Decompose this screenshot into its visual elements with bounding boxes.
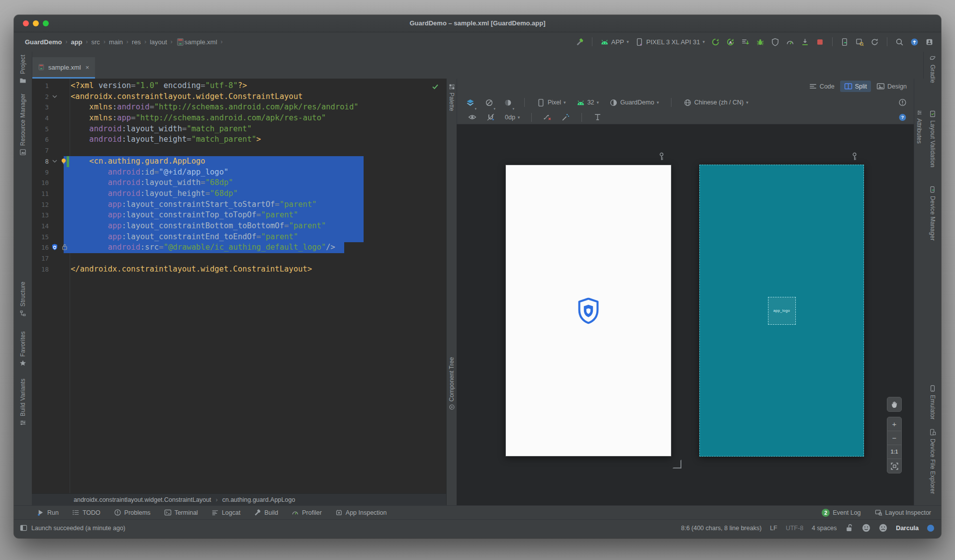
- breadcrumb-item-app[interactable]: app: [71, 38, 82, 46]
- nav-search-everywhere-button[interactable]: [894, 35, 905, 48]
- preview-resize-handle[interactable]: [672, 460, 681, 468]
- nav-layout-inspector-top-button[interactable]: [854, 35, 865, 48]
- breadcrumb-item-layout[interactable]: layout: [150, 38, 167, 46]
- breadcrumb-element[interactable]: androidx.constraintlayout.widget.Constra…: [74, 496, 211, 503]
- breadcrumb-item-sample-xml[interactable]: sample.xml: [185, 38, 217, 46]
- status-widget-8-6-400-chars-8-line-breaks-[interactable]: 8:6 (400 chars, 8 line breaks): [681, 525, 762, 532]
- nav-ide-update-button[interactable]: [909, 35, 920, 48]
- blueprint-preview-device[interactable]: app_logo: [699, 165, 864, 457]
- nav-android-head-app-button[interactable]: APP▾: [599, 35, 631, 48]
- shield-mini-icon[interactable]: [51, 243, 59, 251]
- tab-attributes[interactable]: Attributes: [914, 109, 924, 144]
- tab-palette[interactable]: Palette: [447, 84, 457, 111]
- bulb-icon[interactable]: [60, 157, 68, 165]
- tool-window-button-terminal[interactable]: Terminal: [164, 509, 198, 516]
- sidebar-item-device-file-explorer[interactable]: Device File Explorer: [924, 429, 941, 494]
- sidebar-item-device-manager[interactable]: Device Manager: [924, 186, 941, 241]
- breadcrumb-item-res[interactable]: res: [132, 38, 141, 46]
- tool-window-button-app-inspection[interactable]: App Inspection: [335, 509, 387, 516]
- design-theme-guarddemo-button[interactable]: GuardDemo▾: [608, 96, 661, 109]
- code-line-2[interactable]: 2<androidx.constraintlayout.widget.Const…: [32, 92, 446, 102]
- design-blueprint-off-button[interactable]: [483, 96, 495, 109]
- zoom-to-fit-button[interactable]: [887, 459, 901, 473]
- code-line-6[interactable]: 6 android:layout_height="match_parent">: [32, 134, 446, 145]
- help-icon[interactable]: ?: [898, 113, 907, 121]
- code-line-5[interactable]: 5 android:layout_width="match_parent": [32, 124, 446, 135]
- inspections-ok-icon[interactable]: [431, 83, 439, 91]
- close-tab-icon[interactable]: ×: [86, 64, 90, 71]
- code-line-16[interactable]: 16 android:src="@drawable/ic_authing_def…: [32, 242, 446, 253]
- code-line-8[interactable]: 8 <cn.authing.guard.AppLogo: [32, 156, 446, 167]
- breadcrumb-item-src[interactable]: src: [92, 38, 100, 46]
- nav-rerun-button[interactable]: [710, 35, 721, 48]
- sidebar-item-resource-manager[interactable]: Resource Manager: [14, 93, 32, 156]
- tool-window-button-event-log[interactable]: 2Event Log: [822, 509, 860, 517]
- design-eye-button[interactable]: [467, 111, 478, 124]
- nav-attach-debugger-button[interactable]: [799, 35, 811, 48]
- nav-sync-project-button[interactable]: [869, 35, 880, 48]
- code-line-17[interactable]: 17: [32, 253, 446, 264]
- nav-profile-shield-button[interactable]: [769, 35, 781, 48]
- tool-window-button-build[interactable]: Build: [254, 509, 278, 516]
- frowny-icon[interactable]: [879, 524, 887, 532]
- smiley-icon[interactable]: [862, 524, 870, 532]
- sidebar-item-emulator[interactable]: Emulator: [924, 385, 941, 420]
- code-line-10[interactable]: 10 android:layout_width="68dp": [32, 178, 446, 188]
- tool-window-button-run[interactable]: Run: [37, 509, 59, 516]
- design-preview-device[interactable]: [505, 165, 671, 457]
- fold-icon[interactable]: [51, 157, 59, 165]
- nav-profiler-gauge-button[interactable]: [784, 35, 796, 48]
- mode-design-button[interactable]: Design: [872, 81, 911, 92]
- nav-device-manager-button[interactable]: [839, 35, 851, 48]
- code-line-4[interactable]: 4 xmlns:app="http://schemas.android.com/…: [32, 113, 446, 124]
- design-night-mode-button[interactable]: [502, 96, 514, 109]
- breadcrumb-element[interactable]: cn.authing.guard.AppLogo: [222, 496, 295, 503]
- nav-device-phone-pixel-3-xl-api-31-button[interactable]: PIXEL 3 XL API 31▾: [634, 35, 706, 48]
- nav-stop-button[interactable]: [814, 35, 826, 48]
- tool-window-button-profiler[interactable]: Profiler: [291, 509, 322, 516]
- authing-shield-logo[interactable]: [577, 297, 600, 324]
- tool-window-button-todo[interactable]: TODO: [72, 509, 100, 516]
- breadcrumb-item-guarddemo[interactable]: GuardDemo: [25, 38, 62, 46]
- code-line-3[interactable]: 3 xmlns:android="http://schemas.android.…: [32, 102, 446, 113]
- code-line-7[interactable]: 7: [32, 145, 446, 156]
- fold-icon[interactable]: [51, 93, 59, 100]
- sidebar-item-build-variants[interactable]: Build Variants: [14, 378, 32, 426]
- design-globe-chinese-zh-cn--button[interactable]: Chinese (zh / CN)▾: [682, 96, 750, 109]
- status-widget-4-spaces[interactable]: 4 spaces: [812, 525, 837, 532]
- design-layers-button[interactable]: [465, 96, 476, 109]
- design-infer-constraints-button[interactable]: [560, 111, 572, 124]
- status-widget-lf[interactable]: LF: [770, 525, 777, 532]
- code-line-14[interactable]: 14 app:layout_constraintBottom_toBottomO…: [32, 221, 446, 232]
- design-device-phone-sm-pixel-button[interactable]: Pixel▾: [535, 96, 568, 109]
- design-android-head-32-button[interactable]: 32▾: [575, 96, 600, 109]
- nav-hammer-button[interactable]: [574, 35, 585, 48]
- code-line-15[interactable]: 15 app:layout_constraintEnd_toEndOf="par…: [32, 232, 446, 243]
- app-logo-component-bounds[interactable]: app_logo: [768, 297, 796, 325]
- nav-apply-code-changes-button[interactable]: [740, 35, 751, 48]
- mode-code-button[interactable]: Code: [805, 81, 839, 92]
- sidebar-item-structure[interactable]: Structure: [14, 281, 32, 317]
- code-editor[interactable]: 1<?xml version="1.0" encoding="utf-8"?>2…: [32, 79, 446, 493]
- design-surface[interactable]: app_logo + − 1:1: [457, 124, 914, 505]
- nav-user-avatar-button[interactable]: [924, 35, 935, 48]
- pan-button[interactable]: [887, 397, 902, 412]
- sidebar-item-favorites[interactable]: Favorites: [14, 331, 32, 367]
- zoom-in-button[interactable]: +: [887, 417, 901, 431]
- nav-debug-bug-button[interactable]: [755, 35, 766, 48]
- code-line-11[interactable]: 11 android:layout_height="68dp": [32, 188, 446, 199]
- sidebar-item-project[interactable]: Project: [14, 55, 32, 84]
- tab-component-tree[interactable]: Component Tree: [447, 357, 457, 410]
- zoom-out-button[interactable]: −: [887, 431, 901, 445]
- zoom-actual-button[interactable]: 1:1: [887, 445, 901, 459]
- code-line-1[interactable]: 1<?xml version="1.0" encoding="utf-8"?>: [32, 81, 446, 92]
- nav-apply-changes-button[interactable]: A: [725, 35, 736, 48]
- design-clear-constraints-button[interactable]: [542, 111, 553, 124]
- sidebar-item-layout-validation[interactable]: Layout Validation: [924, 110, 941, 168]
- notification-dot-icon[interactable]: [927, 525, 934, 532]
- breadcrumb-item-main[interactable]: main: [109, 38, 123, 46]
- mode-split-button[interactable]: Split: [840, 81, 871, 92]
- tool-window-button-layout-inspector[interactable]: Layout Inspector: [875, 509, 931, 517]
- code-line-12[interactable]: 12 app:layout_constraintStart_toStartOf=…: [32, 199, 446, 210]
- design-magnet-off-button[interactable]: [485, 111, 496, 124]
